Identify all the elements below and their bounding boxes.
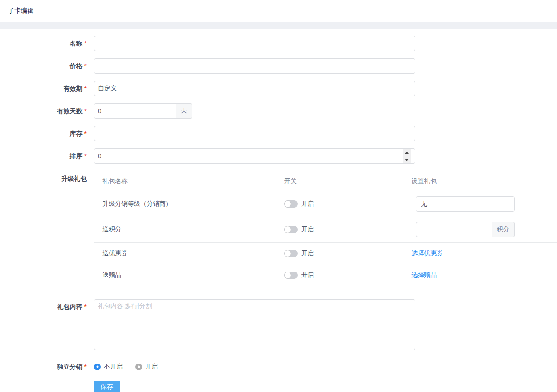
- stock-input[interactable]: [94, 126, 415, 141]
- save-button[interactable]: 保存: [94, 381, 120, 392]
- validity-label: 有效期*: [0, 81, 87, 96]
- spinner-up-button[interactable]: [403, 149, 411, 156]
- toggle-label: 开启: [301, 249, 314, 257]
- package-name: 升级分销等级（分销商）: [94, 191, 276, 217]
- number-spinner: [403, 149, 411, 163]
- package-content-label: 礼包内容*: [0, 299, 87, 352]
- form-item-valid-days: 有效天数* 天: [0, 103, 557, 119]
- toggle-label: 开启: [301, 271, 314, 278]
- required-asterisk: *: [84, 152, 87, 160]
- radio-not-enabled[interactable]: 不开启: [94, 363, 123, 371]
- package-table: 礼包名称 开关 设置礼包 升级分销等级（分销商） 开启 无: [94, 171, 557, 286]
- package-row-points: 送积分 开启 积分: [94, 217, 557, 243]
- sort-input[interactable]: [94, 148, 415, 164]
- toggle-switch[interactable]: [284, 200, 298, 208]
- toggle-label: 开启: [301, 226, 314, 233]
- package-row-distribution-level: 升级分销等级（分销商） 开启 无: [94, 191, 557, 217]
- name-label: 名称*: [0, 36, 87, 51]
- package-name: 送优惠券: [94, 243, 276, 264]
- form-item-package-content: 礼包内容*: [0, 299, 557, 352]
- arrow-down-icon: [405, 159, 409, 161]
- spinner-down-button[interactable]: [403, 156, 411, 163]
- form-item-validity: 有效期*: [0, 81, 557, 96]
- independent-distribution-radio-group: 不开启 开启: [94, 359, 557, 374]
- toggle-switch[interactable]: [284, 272, 298, 279]
- required-asterisk: *: [84, 40, 87, 47]
- page-title: 子卡编辑: [8, 7, 33, 15]
- sort-label: 排序*: [0, 148, 87, 164]
- upgrade-package-label: 升级礼包: [0, 171, 87, 286]
- column-header-setting: 设置礼包: [403, 171, 557, 191]
- form-item-price: 价格*: [0, 58, 557, 74]
- page-background-band: [0, 22, 557, 29]
- valid-days-input[interactable]: [94, 103, 176, 119]
- required-asterisk: *: [84, 62, 87, 69]
- package-row-coupon: 送优惠券 开启 选择优惠券: [94, 243, 557, 264]
- column-header-package-name: 礼包名称: [94, 171, 276, 191]
- radio-enabled[interactable]: 开启: [135, 363, 158, 371]
- days-unit-addon: 天: [176, 103, 192, 119]
- package-name: 送赠品: [94, 264, 276, 286]
- required-asterisk: *: [84, 107, 87, 115]
- required-asterisk: *: [84, 130, 87, 137]
- points-unit-addon: 积分: [492, 222, 515, 237]
- name-input[interactable]: [94, 36, 415, 51]
- package-content-textarea[interactable]: [94, 299, 415, 350]
- form-item-upgrade-package: 升级礼包 礼包名称 开关 设置礼包 升级分销等级（分销商） 开启: [0, 171, 557, 286]
- radio-unselected-icon: [135, 364, 142, 370]
- arrow-up-icon: [405, 152, 409, 154]
- package-name: 送积分: [94, 217, 276, 243]
- toggle-switch[interactable]: [284, 226, 298, 233]
- form-item-sort: 排序*: [0, 148, 557, 164]
- column-header-switch: 开关: [276, 171, 403, 191]
- package-row-gift: 送赠品 开启 选择赠品: [94, 264, 557, 286]
- required-asterisk: *: [84, 303, 87, 310]
- toggle-switch[interactable]: [284, 250, 298, 257]
- package-table-header-row: 礼包名称 开关 设置礼包: [94, 171, 557, 191]
- toggle-label: 开启: [301, 200, 314, 207]
- validity-input[interactable]: [94, 81, 415, 96]
- required-asterisk: *: [84, 85, 87, 92]
- select-coupon-link[interactable]: 选择优惠券: [411, 249, 443, 257]
- page-header: 子卡编辑: [0, 0, 557, 22]
- required-asterisk: *: [84, 363, 87, 370]
- distribution-level-select[interactable]: 无: [416, 196, 515, 212]
- form-item-stock: 库存*: [0, 126, 557, 141]
- form-item-independent-distribution: 独立分销* 不开启 开启: [0, 359, 557, 374]
- price-label: 价格*: [0, 58, 87, 74]
- select-gift-link[interactable]: 选择赠品: [411, 271, 437, 278]
- form-item-name: 名称*: [0, 36, 557, 51]
- valid-days-label: 有效天数*: [0, 103, 87, 119]
- radio-selected-icon: [94, 364, 101, 370]
- edit-form-panel: 名称* 价格* 有效期* 有效天数* 天 库存*: [0, 29, 557, 392]
- price-input[interactable]: [94, 58, 415, 74]
- independent-distribution-label: 独立分销*: [0, 359, 87, 374]
- points-input[interactable]: [416, 222, 492, 237]
- stock-label: 库存*: [0, 126, 87, 141]
